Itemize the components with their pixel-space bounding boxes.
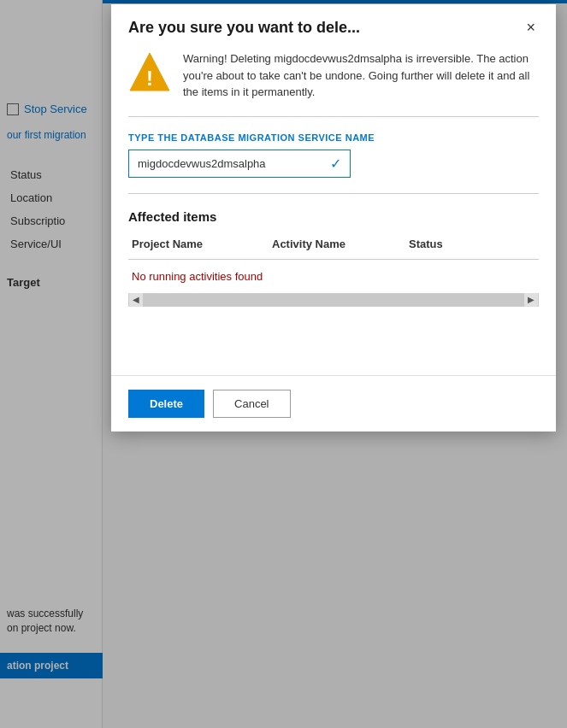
scrollbar-right-arrow[interactable]: ▶: [524, 293, 538, 307]
col-status: Status: [402, 234, 487, 254]
type-label: TYPE THE DATABASE MIGRATION SERVICE NAME: [128, 132, 539, 143]
divider-2: [128, 193, 539, 194]
service-name-input[interactable]: [138, 157, 325, 170]
divider-1: [128, 116, 539, 117]
table-empty-text: No running activities found: [132, 270, 263, 283]
dialog-title: Are you sure you want to dele...: [128, 19, 360, 37]
warning-text: Warning! Deleting migdocdevwus2dmsalpha …: [183, 50, 539, 101]
input-checkmark-icon: ✓: [330, 156, 341, 172]
table-empty-row: No running activities found: [128, 263, 539, 290]
delete-button[interactable]: Delete: [128, 390, 204, 418]
svg-text:!: !: [146, 67, 153, 90]
affected-items-title: Affected items: [128, 209, 539, 224]
warning-icon: !: [128, 50, 171, 93]
dialog-footer: Delete Cancel: [111, 375, 556, 432]
dialog-header: Are you sure you want to dele... ×: [111, 4, 556, 47]
horizontal-scrollbar[interactable]: ◀ ▶: [128, 293, 539, 307]
dialog-close-button[interactable]: ×: [523, 18, 539, 37]
col-project-name: Project Name: [128, 234, 265, 254]
warning-section: ! Warning! Deleting migdocdevwus2dmsalph…: [128, 50, 539, 101]
scrollbar-track[interactable]: [143, 294, 524, 306]
col-activity-name: Activity Name: [265, 234, 402, 254]
service-name-input-wrapper: ✓: [128, 150, 351, 178]
scrollbar-left-arrow[interactable]: ◀: [129, 293, 143, 307]
delete-dialog: Are you sure you want to dele... × ! War…: [111, 4, 556, 432]
affected-items-table: Project Name Activity Name Status No run…: [128, 234, 539, 307]
warning-triangle-svg: !: [128, 51, 171, 92]
cancel-button[interactable]: Cancel: [213, 390, 290, 418]
dialog-body: ! Warning! Deleting migdocdevwus2dmsalph…: [111, 47, 556, 324]
table-header: Project Name Activity Name Status: [128, 234, 539, 260]
